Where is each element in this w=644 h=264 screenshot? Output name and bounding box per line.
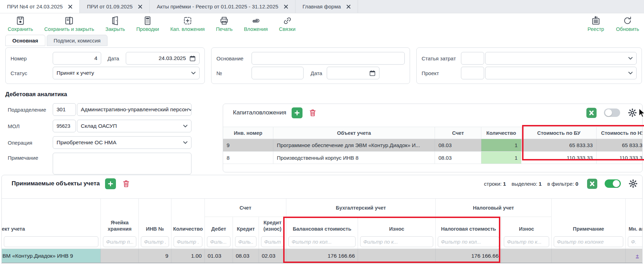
capex-filter-toggle[interactable] (604, 108, 620, 117)
column-header-balance-cost[interactable]: Балансовая стоимость (286, 217, 358, 235)
cell-account[interactable]: 08.03 (435, 152, 481, 164)
department-select[interactable]: Административно-управленческий персон (77, 103, 191, 116)
cell-object[interactable]: Программное обеспечение для ЭВМ «Контур.… (273, 139, 435, 151)
cell-cost-bu[interactable]: 65 833.33 (521, 139, 597, 151)
window-tab-main-form[interactable]: Главная форма (295, 0, 358, 13)
filter-storage-cell[interactable] (103, 236, 136, 247)
column-header-credit-wear[interactable]: Кредит (износ) (259, 217, 286, 235)
filter-object[interactable] (4, 236, 98, 247)
cell-account[interactable]: 08.03 (435, 139, 481, 151)
cell-debit[interactable]: 01.03 (205, 249, 233, 263)
chevron-down-icon[interactable] (183, 125, 188, 127)
refresh-button[interactable]: Обновить (616, 16, 639, 32)
column-header-account[interactable]: Счет (435, 127, 481, 139)
column-header-object[interactable]: ект учета (2, 199, 100, 235)
chevron-down-icon[interactable] (628, 72, 633, 74)
mol-code-input[interactable]: 95623 (53, 120, 76, 132)
capex-table-row[interactable]: 8 Производственный корпус ИНВ 8 08.03 1 … (223, 151, 643, 164)
cell-qty[interactable]: 1 (481, 139, 521, 151)
window-tab-registry[interactable]: Акты приёмки - Реестр от 01.01.2025 - 31… (150, 0, 295, 13)
column-header-cost-bu[interactable]: Стоимость по БУ (521, 127, 597, 139)
column-header-credit[interactable]: Кредит (233, 217, 259, 235)
links-button[interactable]: Связки (279, 16, 295, 32)
cell-credit-wear[interactable]: 02.03 (259, 249, 286, 263)
cell-tax-cost[interactable]: 176 166.66 (436, 249, 502, 263)
cost-item-code-input[interactable] (461, 52, 484, 65)
close-icon[interactable] (68, 5, 72, 9)
chevron-down-icon[interactable] (191, 72, 196, 74)
cell-cost-bu[interactable]: 110 333.33 (521, 152, 597, 164)
cell-cost-nu[interactable]: 110 333.33 (597, 152, 643, 164)
cell-wear-bu[interactable] (358, 249, 436, 263)
cell-credit[interactable]: 08.03 (233, 249, 259, 263)
attachments-button[interactable]: Вложения (244, 16, 268, 32)
cell-inv[interactable]: 8 (223, 152, 273, 164)
mol-select[interactable]: Склад ОАСУП (77, 120, 191, 132)
column-header-qty[interactable]: Количество (171, 199, 204, 235)
delete-capex-row-button[interactable] (308, 108, 318, 118)
number-input[interactable]: 4 (53, 52, 101, 65)
cell-note[interactable] (552, 249, 626, 263)
close-icon[interactable] (346, 5, 351, 9)
filter-wear-nu[interactable] (504, 236, 549, 247)
column-header-wear-bu[interactable]: Износ (358, 217, 435, 235)
capex-table-row[interactable]: 9 Программное обеспечение для ЭВМ «Конту… (223, 139, 643, 151)
cell-qty[interactable]: 1 (481, 152, 521, 164)
column-header-note[interactable]: Примечание (552, 199, 625, 235)
operation-select[interactable]: Приобретение ОС НМА (53, 136, 191, 149)
window-tab-pri-0109[interactable]: ПРИ от 01.09.2025 (80, 0, 150, 13)
save-button[interactable]: Сохранить (8, 16, 33, 32)
close-icon[interactable] (138, 5, 142, 9)
basis-input[interactable] (252, 52, 405, 65)
calendar-icon[interactable] (189, 55, 196, 62)
capex-settings-button[interactable] (627, 108, 637, 118)
export-excel-button[interactable] (587, 179, 597, 189)
filter-note[interactable] (554, 236, 623, 247)
multi-analytics-link[interactable]: ± (636, 253, 639, 259)
add-capex-row-button[interactable] (292, 107, 303, 118)
close-icon[interactable] (284, 5, 288, 9)
chevron-down-icon[interactable] (628, 57, 633, 60)
objects-settings-button[interactable] (628, 179, 638, 189)
column-header-multi[interactable]: Мн. ан. (626, 199, 643, 235)
delete-object-row-button[interactable] (121, 179, 131, 189)
column-header-tax-cost[interactable]: Налоговая стоимость (436, 217, 501, 235)
add-object-row-button[interactable] (105, 178, 116, 189)
column-header-wear-nu[interactable]: Износ (502, 217, 551, 235)
cell-inv[interactable]: 9 (139, 249, 171, 263)
date-input[interactable]: 24.03.2025 (126, 52, 200, 65)
cell-object[interactable]: ВМ «Контур.Диадок» ИНВ 9 (2, 249, 101, 263)
window-tab-pri-4[interactable]: ПРИ №4 от 24.03.2025 (0, 0, 80, 13)
cell-cost-nu[interactable]: 65 833.33 (597, 139, 643, 151)
cell-balance-cost[interactable]: 176 166.66 (286, 249, 358, 263)
filter-debit[interactable] (207, 236, 230, 247)
print-button[interactable]: Печать (216, 16, 233, 32)
column-header-storage-cell[interactable]: Ячейка хранения (101, 199, 138, 235)
calendar-icon[interactable] (369, 70, 376, 77)
filter-qty[interactable] (174, 236, 202, 247)
cell-object[interactable]: Производственный корпус ИНВ 8 (273, 152, 435, 164)
project-code-input[interactable] (461, 67, 484, 79)
cell-qty[interactable]: 1.00 (171, 249, 205, 263)
objects-filter-toggle[interactable] (605, 179, 621, 188)
filter-wear-bu[interactable] (360, 236, 433, 247)
save-and-close-button[interactable]: Сохранить и закрыть (44, 16, 94, 32)
filter-multi[interactable] (628, 236, 643, 247)
project-select[interactable] (485, 67, 637, 79)
column-header-inv[interactable]: ИНВ № (139, 199, 171, 235)
registry-button[interactable]: Реестр (587, 16, 604, 32)
department-code-input[interactable]: 301 (53, 103, 76, 116)
filter-balance-cost[interactable] (288, 236, 356, 247)
objects-table-row-selected[interactable]: ВМ «Контур.Диадок» ИНВ 9 9 1.00 01.03 08… (2, 249, 643, 263)
tab-signatures-commission[interactable]: Подписи, комиссия (47, 35, 108, 46)
column-header-qty[interactable]: Количество (481, 127, 521, 139)
note-textarea[interactable] (53, 153, 191, 174)
cell-storage-cell[interactable] (101, 249, 139, 263)
column-header-object[interactable]: Объект учета (273, 127, 435, 139)
close-button[interactable]: Закрыть (105, 16, 125, 32)
filter-credit-wear[interactable] (261, 236, 284, 247)
status-select[interactable]: Принят к учету (53, 67, 200, 79)
postings-button[interactable]: Проводки (136, 16, 159, 32)
basis-number-input[interactable] (252, 67, 304, 79)
cell-inv[interactable]: 9 (223, 139, 273, 151)
